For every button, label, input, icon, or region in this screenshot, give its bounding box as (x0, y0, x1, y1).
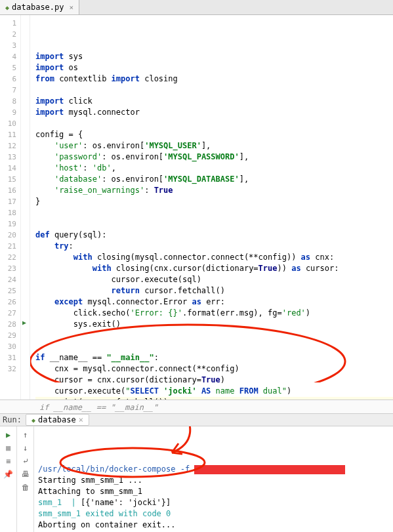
code-line[interactable]: 'database': os.environ['MYSQL_DATABASE']… (35, 174, 393, 185)
softwrap-button[interactable]: ⤶ (22, 457, 29, 466)
run-toolbar-left: ▶ ■ ≡ 📌 (0, 426, 17, 532)
breadcrumb-text: if __name__ == "__main__" (39, 403, 158, 412)
editor-tab-database[interactable]: ◆ database.py × (0, 0, 79, 14)
code-line[interactable]: except mysql.connector.Error as err: (35, 297, 393, 308)
up-button[interactable]: ↑ (23, 430, 28, 440)
code-line[interactable]: import click (35, 96, 393, 107)
code-line[interactable]: import os (35, 62, 393, 73)
close-icon[interactable]: × (70, 3, 74, 12)
breadcrumb[interactable]: if __name__ == "__main__" (0, 399, 393, 414)
python-file-icon: ◆ (31, 417, 35, 424)
run-header: Run: ◆ database × (0, 414, 393, 426)
code-line[interactable]: with closing(cnx.cursor(dictionary=True)… (35, 263, 393, 274)
code-line[interactable]: print(cursor.fetchall()) (35, 397, 393, 399)
output-line: Starting smm_smm_1 ... (38, 475, 389, 486)
code-line[interactable]: 'raise_on_warnings': True (35, 185, 393, 196)
code-line[interactable] (35, 341, 393, 352)
python-file-icon: ◆ (5, 4, 9, 11)
layout-button[interactable]: ≡ (6, 457, 10, 466)
code-line[interactable]: cursor.execute(sql) (35, 274, 393, 285)
redacted-bar (194, 465, 345, 474)
output-line: Aborting on container exit... (38, 520, 389, 531)
code-line[interactable] (35, 207, 393, 218)
code-editor[interactable]: 1234567891011121314151617181920212223242… (0, 15, 393, 399)
output-line: smm_1 | [{'name': 'jocki'}] (38, 497, 389, 508)
marker-gutter: ▶ (21, 15, 30, 399)
code-line[interactable] (35, 118, 393, 129)
down-button[interactable]: ↓ (23, 443, 28, 453)
code-line[interactable]: 'host': 'db', (35, 163, 393, 174)
code-line[interactable]: cursor = cnx.cursor(dictionary=True) (35, 375, 393, 386)
stop-button[interactable]: ■ (6, 443, 10, 453)
run-tab-name: database (38, 415, 76, 424)
clear-button[interactable]: 🗑 (22, 483, 30, 492)
output-line: Attaching to smm_smm_1 (38, 486, 389, 497)
code-line[interactable]: try: (35, 241, 393, 252)
code-line[interactable]: config = { (35, 129, 393, 140)
line-number-gutter: 1234567891011121314151617181920212223242… (0, 15, 21, 399)
run-toolbar-left2: ↑ ↓ ⤶ 🖶 🗑 (17, 426, 34, 532)
run-label: Run: (3, 415, 22, 424)
code-line[interactable]: cnx = mysql.connector.connect(**config) (35, 363, 393, 375)
code-line[interactable] (35, 85, 393, 96)
code-line[interactable]: import mysql.connector (35, 107, 393, 118)
code-line[interactable]: sys.exit() (35, 319, 393, 330)
close-icon[interactable]: × (79, 415, 83, 424)
code-line[interactable] (35, 330, 393, 341)
rerun-button[interactable]: ▶ (6, 430, 10, 440)
code-line[interactable]: from contextlib import closing (35, 73, 393, 85)
console-output[interactable]: /usr/local/bin/docker-compose -f Startin… (34, 426, 393, 532)
run-tab-database[interactable]: ◆ database × (26, 414, 89, 426)
code-line[interactable]: cursor.execute("SELECT 'jocki' AS name F… (35, 386, 393, 397)
print-button[interactable]: 🖶 (22, 470, 30, 479)
code-line[interactable] (35, 218, 393, 230)
code-line[interactable]: def query(sql): (35, 230, 393, 241)
run-tool-window: Run: ◆ database × ▶ ■ ≡ 📌 ↑ ↓ ⤶ 🖶 🗑 /us (0, 414, 393, 532)
code-line[interactable]: click.secho('Error: {}'.format(err.msg),… (35, 308, 393, 319)
editor-tabbar: ◆ database.py × (0, 0, 393, 15)
code-line[interactable]: 'password': os.environ['MYSQL_PASSWORD']… (35, 152, 393, 163)
code-line[interactable]: with closing(mysql.connector.connect(**c… (35, 252, 393, 263)
code-line[interactable]: return cursor.fetchall() (35, 285, 393, 297)
pin-button[interactable]: 📌 (3, 470, 13, 479)
code-area[interactable]: import sysimport osfrom contextlib impor… (30, 15, 393, 399)
code-line[interactable]: if __name__ == "__main__": (35, 352, 393, 363)
code-line[interactable]: 'user': os.environ['MYSQL_USER'], (35, 140, 393, 152)
code-line[interactable]: } (35, 196, 393, 207)
output-line: smm_smm_1 exited with code 0 (38, 508, 389, 520)
tab-filename: database.py (12, 3, 64, 12)
output-line: /usr/local/bin/docker-compose -f (38, 464, 389, 475)
code-line[interactable]: import sys (35, 51, 393, 62)
